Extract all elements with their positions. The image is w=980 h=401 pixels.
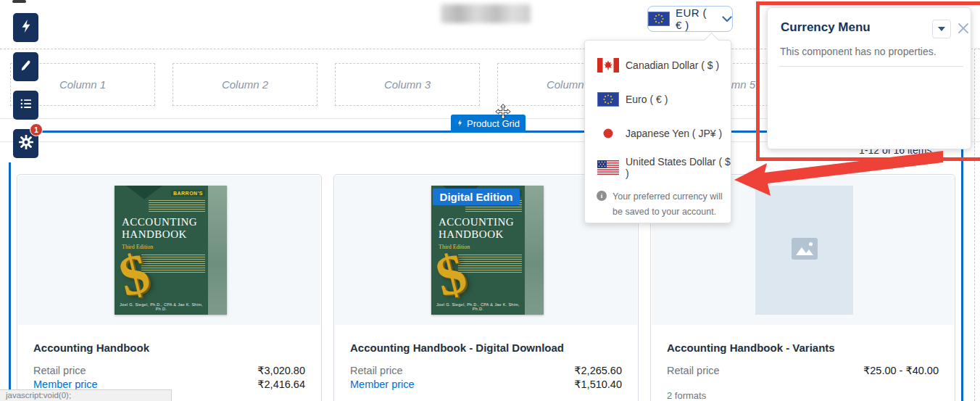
selection-border-right xyxy=(961,131,963,401)
currency-option-cad[interactable]: Canadian Dollar ( $ ) xyxy=(585,48,731,82)
book-spine-texture xyxy=(525,186,544,315)
currency-note: i Your preferred currency will be saved … xyxy=(597,189,727,220)
currency-selector-button[interactable]: EUR ( € ) xyxy=(647,6,733,32)
book-title: ACCOUNTINGHANDBOOK xyxy=(122,216,197,241)
book-blurb-lines xyxy=(458,255,522,273)
canada-flag-icon xyxy=(597,58,619,73)
currency-option-usd[interactable]: United States Dollar ( $ ) xyxy=(585,150,731,184)
column-3-dropzone[interactable]: Column 3 xyxy=(335,63,480,106)
member-price-value: ₹1,510.40 xyxy=(574,379,622,390)
currency-note-text: Your preferred currency will be saved to… xyxy=(612,189,723,220)
settings-notification-badge: 1 xyxy=(30,123,43,136)
product-card-accounting-handbook[interactable]: BARRON'S ACCOUNTINGHANDBOOK Third Editio… xyxy=(17,174,322,401)
dollar-sign-art: $ xyxy=(431,240,473,310)
move-cursor-icon xyxy=(494,103,512,124)
currency-option-eur[interactable]: Euro ( € ) xyxy=(585,82,731,116)
column-label: Column 3 xyxy=(384,78,431,91)
link-preview-statusbar: javascript:void(0); xyxy=(0,389,172,401)
currency-option-label: Japanese Yen ( JP¥ ) xyxy=(626,128,722,139)
us-flag-icon xyxy=(597,160,619,175)
book-blurb-lines xyxy=(149,200,205,212)
book-publisher: BARRON'S xyxy=(171,190,205,197)
book-title: ACCOUNTINGHANDBOOK xyxy=(439,216,514,241)
retail-price-value: ₹2,265.60 xyxy=(574,365,622,376)
book-cover-image: BARRON'S ACCOUNTINGHANDBOOK Third Editio… xyxy=(115,186,227,315)
retail-price-label: Retail price xyxy=(350,365,403,376)
member-price-link[interactable]: Member price xyxy=(350,379,415,390)
book-authors: Joel G. Siegel, Ph.D., CPA & Jae K. Shim… xyxy=(431,302,525,311)
chevron-down-icon xyxy=(722,12,732,25)
retail-price-value: ₹3,020.80 xyxy=(257,365,305,376)
info-icon: i xyxy=(597,191,607,201)
clipped-top-element xyxy=(12,0,26,3)
member-price-link[interactable]: Member price xyxy=(33,379,98,390)
eu-flag-icon xyxy=(648,12,670,26)
product-title: Accounting Handbook - Variants xyxy=(667,342,835,354)
retail-price-label: Retail price xyxy=(667,365,720,376)
components-button[interactable] xyxy=(13,13,38,42)
list-icon xyxy=(19,97,33,113)
currency-option-label: Euro ( € ) xyxy=(626,94,668,105)
brush-icon xyxy=(20,59,33,75)
retail-price-label: Retail price xyxy=(33,365,86,376)
member-price-value: ₹2,416.64 xyxy=(257,379,305,390)
currency-option-label: Canadian Dollar ( $ ) xyxy=(626,59,719,71)
japan-flag-icon xyxy=(597,126,619,141)
currency-option-jpy[interactable]: Japanese Yen ( JP¥ ) xyxy=(585,116,731,150)
dollar-sign-art: $ xyxy=(115,240,156,310)
lightning-icon xyxy=(457,118,463,130)
product-grid-component-tab[interactable]: Product Grid xyxy=(451,115,526,133)
page-builder-canvas: 1 EUR ( € ) Column 1 Column 2 Column 3 C… xyxy=(0,0,980,401)
selection-border-left xyxy=(9,162,11,401)
book-blurb-lines xyxy=(141,255,205,273)
column-2-dropzone[interactable]: Column 2 xyxy=(173,63,317,106)
gear-icon xyxy=(19,135,33,152)
digital-edition-badge: Digital Edition xyxy=(433,189,520,205)
currency-dropdown-menu: Canadian Dollar ( $ ) Euro ( € ) Japa xyxy=(584,40,731,223)
column-label: Column 1 xyxy=(59,78,106,91)
eu-flag-icon xyxy=(597,92,619,107)
product-image-area: BARRON'S ACCOUNTINGHANDBOOK Third Editio… xyxy=(18,175,320,325)
image-placeholder-icon xyxy=(792,238,818,262)
lightning-icon xyxy=(20,19,33,36)
dropdown-caret xyxy=(704,33,719,48)
book-cover-fold xyxy=(126,186,162,199)
product-title: Accounting Handbook - Digital Download xyxy=(350,342,564,354)
currency-selector-label: EUR ( € ) xyxy=(676,7,716,31)
retail-price-value: ₹25.00 - ₹40.00 xyxy=(863,365,939,376)
annotation-highlight-box xyxy=(756,1,980,161)
page-structure-button[interactable] xyxy=(13,91,38,120)
formats-count: 2 formats xyxy=(667,390,706,401)
book-spine-texture xyxy=(208,186,227,315)
column-label: Column 2 xyxy=(222,78,268,91)
product-title: Accounting Handbook xyxy=(33,342,149,354)
blurred-logo xyxy=(441,4,531,23)
theme-button[interactable] xyxy=(13,52,38,81)
book-authors: Joel G. Siegel, Ph.D., CPA & Jae K. Shim… xyxy=(115,302,208,311)
currency-option-label: United States Dollar ( $ ) xyxy=(626,156,731,179)
